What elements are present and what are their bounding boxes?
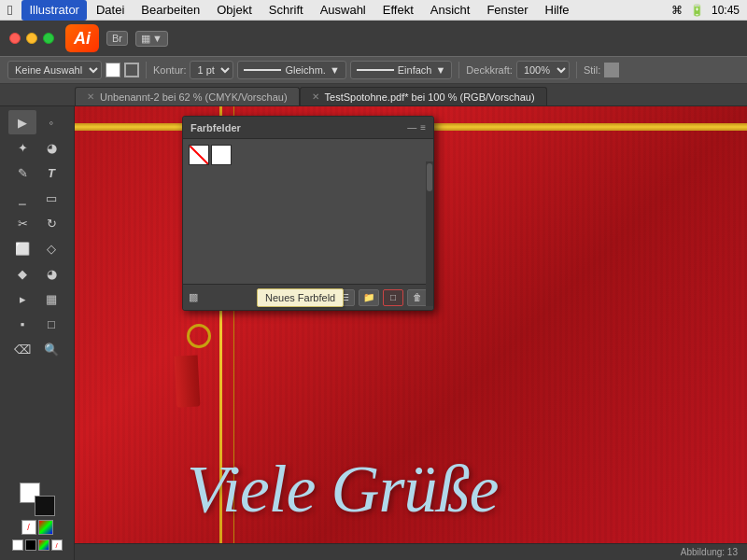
canvas-area[interactable]: Viele Grüße Farbfelder — ≡ bbox=[75, 106, 747, 560]
divider-3 bbox=[576, 62, 577, 78]
magic-wand-tool[interactable]: ✦ bbox=[8, 135, 36, 160]
br-badge[interactable]: Br bbox=[106, 31, 128, 46]
color-mode-row: / bbox=[21, 520, 53, 535]
menu-bearbeiten[interactable]: Bearbeiten bbox=[134, 0, 207, 21]
menu-fenster[interactable]: Fenster bbox=[479, 0, 535, 21]
color-swatch-btn[interactable] bbox=[38, 520, 53, 535]
maximize-button[interactable] bbox=[43, 33, 54, 44]
app-icon: Ai bbox=[65, 24, 99, 52]
slice-tool[interactable]: ⌫ bbox=[8, 337, 36, 361]
zoom-tool[interactable]: 🔍 bbox=[37, 337, 65, 361]
fill-swatch[interactable] bbox=[106, 63, 120, 77]
mesh-tool[interactable]: ◇ bbox=[37, 236, 65, 260]
footer-new-swatch-btn[interactable]: □ bbox=[383, 289, 403, 306]
divider-1 bbox=[146, 62, 147, 78]
none-small-swatch[interactable]: / bbox=[51, 539, 63, 551]
stroke-color[interactable] bbox=[35, 496, 55, 516]
greeting-text: Viele Grüße bbox=[187, 455, 738, 523]
menu-ansicht[interactable]: Ansicht bbox=[423, 0, 478, 21]
kontur-dropdown[interactable]: 1 pt bbox=[190, 61, 233, 79]
style-label: Stil: bbox=[584, 64, 600, 76]
selection-tool[interactable]: ▶ bbox=[8, 110, 36, 134]
tool-row-7: ◆ ◕ bbox=[8, 261, 65, 286]
rotate-tool[interactable]: ↻ bbox=[37, 211, 65, 235]
title-bar: Ai Br ▦▼ bbox=[0, 21, 747, 56]
menu-illustrator[interactable]: Illustrator bbox=[21, 0, 86, 21]
close-button[interactable] bbox=[9, 33, 21, 44]
menu-bar:  Illustrator Datei Bearbeiten Objekt Sc… bbox=[0, 0, 747, 21]
menu-auswahl[interactable]: Auswahl bbox=[313, 0, 374, 21]
footer-delete-btn[interactable]: 🗑 bbox=[407, 289, 428, 306]
blob-tool[interactable]: ◕ bbox=[37, 261, 65, 286]
transform-tool[interactable]: ⬜ bbox=[8, 236, 36, 260]
footer-folder-btn[interactable]: 📁 bbox=[359, 289, 379, 306]
color-panel-swatches bbox=[183, 139, 433, 284]
style-swatch[interactable] bbox=[604, 63, 619, 77]
tool-row-9: ▪ □ bbox=[8, 312, 65, 336]
scissors-tool[interactable]: ✂ bbox=[8, 211, 36, 235]
traffic-lights bbox=[9, 33, 54, 44]
swatch-white[interactable] bbox=[211, 145, 232, 165]
tooltip-neues-farbfeld: Neues Farbfeld bbox=[257, 288, 344, 307]
white-swatch[interactable] bbox=[12, 539, 23, 551]
tab-1-label: Unbenannt-2 bei 62 % (CMYK/Vorschau) bbox=[100, 91, 288, 103]
gradient-tool[interactable]: ◆ bbox=[8, 261, 36, 286]
stroke-style-1[interactable]: Gleichm. ▼ bbox=[237, 61, 345, 79]
toolbar: Keine Auswahl Kontur: 1 pt Gleichm. ▼ Ei… bbox=[0, 56, 747, 84]
menu-hilfe[interactable]: Hilfe bbox=[538, 0, 577, 21]
battery-icon: 🔋 bbox=[690, 4, 704, 17]
tab-2[interactable]: ✕ TestSpotohne.pdf* bei 100 % (RGB/Vorsc… bbox=[300, 87, 547, 105]
direct-selection-tool[interactable]: ◦ bbox=[37, 110, 65, 134]
panel-collapse-btn[interactable]: — bbox=[407, 122, 416, 133]
clock: 10:45 bbox=[712, 4, 740, 17]
chart-tool[interactable]: ▪ bbox=[8, 312, 36, 336]
artboard-tool[interactable]: □ bbox=[37, 312, 65, 336]
pen-tool[interactable]: ✎ bbox=[8, 161, 36, 185]
tools-panel: ▶ ◦ ✦ ◕ ✎ T ⎯ ▭ ✂ ↻ ⬜ ◇ ◆ ◕ ▸ ▦ bbox=[0, 106, 75, 560]
tool-row-1: ▶ ◦ bbox=[8, 110, 65, 134]
tab-2-label: TestSpotohne.pdf* bei 100 % (RGB/Vorscha… bbox=[325, 91, 535, 103]
color-bottom-row: / bbox=[12, 539, 63, 551]
eyedropper-tool[interactable]: ▸ bbox=[8, 287, 36, 311]
lasso-tool[interactable]: ◕ bbox=[37, 135, 65, 160]
none-swatch[interactable]: / bbox=[21, 520, 36, 535]
menu-datei[interactable]: Datei bbox=[89, 0, 132, 21]
apple-menu[interactable]:  bbox=[7, 2, 12, 18]
rectangle-tool[interactable]: ▭ bbox=[37, 186, 65, 210]
tool-row-5: ✂ ↻ bbox=[8, 211, 65, 235]
type-tool[interactable]: T bbox=[37, 161, 65, 185]
minimize-button[interactable] bbox=[26, 33, 37, 44]
tool-row-4: ⎯ ▭ bbox=[8, 186, 65, 210]
tool-row-10: ⌫ 🔍 bbox=[8, 337, 65, 361]
footer-mode-btn[interactable]: ▩ bbox=[189, 291, 198, 303]
status-text: Abbildung: 13 bbox=[681, 547, 738, 557]
wifi-icon: ⌘ bbox=[671, 4, 683, 17]
menu-schrift[interactable]: Schrift bbox=[261, 0, 311, 21]
line-tool[interactable]: ⎯ bbox=[8, 186, 36, 210]
opacity-dropdown[interactable]: 100% bbox=[516, 61, 570, 79]
arrange-button[interactable]: ▦▼ bbox=[135, 31, 168, 47]
tool-row-3: ✎ T bbox=[8, 161, 65, 185]
color-panel-body bbox=[183, 139, 433, 284]
stroke-swatch[interactable] bbox=[124, 63, 139, 77]
tab-1-close[interactable]: ✕ bbox=[87, 91, 94, 102]
kontur-label: Kontur: bbox=[153, 64, 186, 76]
menu-effekt[interactable]: Effekt bbox=[375, 0, 421, 21]
blend-tool[interactable]: ▦ bbox=[37, 287, 65, 311]
status-bar: Abbildung: 13 bbox=[75, 543, 747, 560]
stroke-style-2[interactable]: Einfach ▼ bbox=[350, 61, 453, 79]
gradient-swatch[interactable] bbox=[38, 539, 49, 551]
selection-group: Keine Auswahl bbox=[7, 61, 102, 79]
menu-right-icons: ⌘ 🔋 10:45 bbox=[671, 4, 740, 17]
swatch-none[interactable] bbox=[189, 145, 209, 165]
panel-menu-btn[interactable]: ≡ bbox=[420, 122, 426, 133]
main-area: ▶ ◦ ✦ ◕ ✎ T ⎯ ▭ ✂ ↻ ⬜ ◇ ◆ ◕ ▸ ▦ bbox=[0, 106, 747, 560]
opacity-label: Deckkraft: bbox=[466, 64, 513, 76]
black-swatch[interactable] bbox=[25, 539, 36, 551]
color-panel-scrollbar[interactable] bbox=[426, 161, 433, 306]
color-panel-titlebar: Farbfelder — ≡ bbox=[183, 117, 433, 139]
tab-1[interactable]: ✕ Unbenannt-2 bei 62 % (CMYK/Vorschau) bbox=[75, 87, 300, 105]
selection-dropdown[interactable]: Keine Auswahl bbox=[7, 61, 102, 79]
tab-2-close[interactable]: ✕ bbox=[312, 91, 319, 102]
menu-objekt[interactable]: Objekt bbox=[209, 0, 260, 21]
